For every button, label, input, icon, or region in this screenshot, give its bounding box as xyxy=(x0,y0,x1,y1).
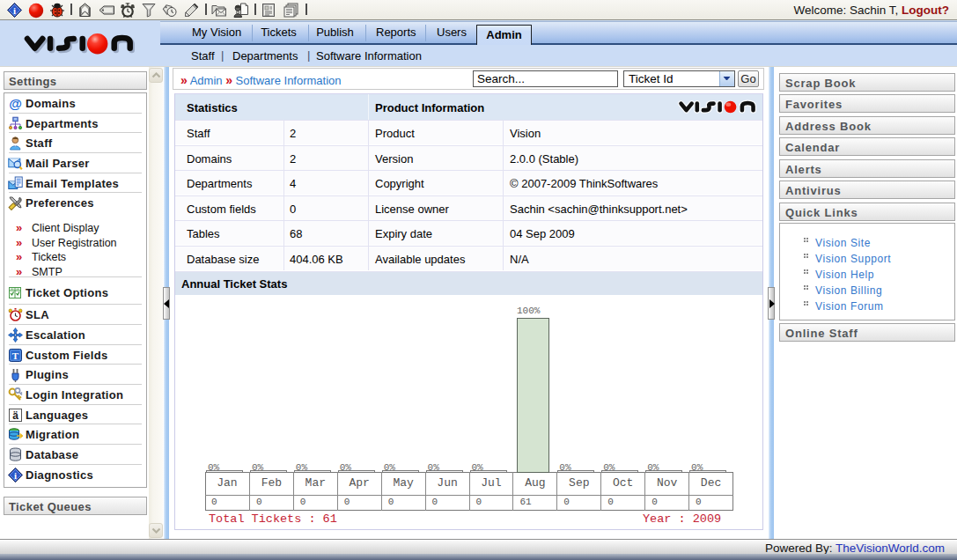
svg-text:i: i xyxy=(14,470,17,481)
svg-text:T: T xyxy=(12,350,19,360)
svg-text:i: i xyxy=(13,5,16,16)
svg-text:@: @ xyxy=(9,96,22,111)
svg-text:ä: ä xyxy=(12,409,18,421)
